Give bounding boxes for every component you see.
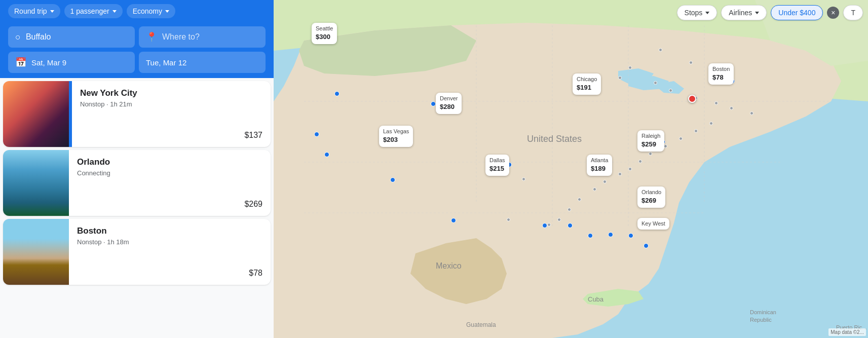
flight-card-boston[interactable]: Boston Nonstop · 1h 18m $78 <box>3 219 271 285</box>
boston-map-price: $78 <box>712 73 730 82</box>
denver-city-name: Denver <box>440 95 458 102</box>
nyc-price: $137 <box>244 131 262 140</box>
destination-placeholder: Where to? <box>162 32 200 42</box>
price-label-raleigh[interactable]: Raleigh $259 <box>637 130 664 152</box>
stops-chevron-icon <box>705 12 709 14</box>
date-bar: 📅 Sat, Mar 9 Tue, Mar 12 <box>6 52 268 78</box>
boston-detail: Nonstop · 1h 18m <box>77 238 262 246</box>
nyc-city: New York City <box>80 88 262 98</box>
map-dot-2 <box>314 132 319 137</box>
orlando-city: Orlando <box>77 157 262 167</box>
trip-type-label: Round trip <box>14 7 47 15</box>
map-dot-5 <box>451 218 456 223</box>
map-dot-gray <box>547 223 551 227</box>
price-label-denver[interactable]: Denver $280 <box>436 93 462 114</box>
map-dot-gray <box>628 66 632 69</box>
map-dot-gray <box>618 172 622 176</box>
stops-label: Stops <box>685 9 703 17</box>
origin-icon: ○ <box>15 32 21 43</box>
depart-date-field[interactable]: 📅 Sat, Mar 9 <box>8 52 135 73</box>
close-price-filter-btn[interactable]: × <box>827 7 839 19</box>
class-chevron-icon <box>165 10 169 13</box>
map-dot-4 <box>390 177 395 182</box>
map-dot-gray <box>568 208 571 211</box>
price-label-seattle[interactable]: Seattle $300 <box>312 23 337 44</box>
close-icon: × <box>831 9 835 16</box>
orlando-info: Orlando Connecting $269 <box>69 150 271 216</box>
las-vegas-price: $203 <box>383 135 409 144</box>
origin-text: Buffalo <box>26 32 51 42</box>
map-dot-gray <box>709 122 713 125</box>
map-svg: Mexico United States Cuba Dominican Repu… <box>274 0 868 338</box>
passenger-label: 1 passenger <box>70 7 109 15</box>
map-dot-gray <box>638 160 642 163</box>
price-label-orlando[interactable]: Orlando $269 <box>637 186 665 208</box>
passenger-chevron-icon <box>112 10 117 13</box>
map-dot-1 <box>334 91 339 96</box>
map-dot-gray <box>628 167 632 171</box>
more-icon: T <box>851 9 855 17</box>
top-bar: Round trip 1 passenger Economy <box>6 0 268 22</box>
key-west-city-name: Key West <box>641 220 665 228</box>
svg-text:Guatemala: Guatemala <box>466 321 496 328</box>
raleigh-price: $259 <box>641 140 660 149</box>
map-dot-gray <box>507 218 510 221</box>
svg-text:United States: United States <box>527 134 582 144</box>
map-dot-gray <box>730 106 733 110</box>
price-label-boston[interactable]: Boston $78 <box>708 63 734 85</box>
class-dropdown[interactable]: Economy <box>127 4 175 18</box>
price-label-chicago[interactable]: Chicago $191 <box>573 73 601 95</box>
origin-field[interactable]: ○ Buffalo <box>8 26 135 48</box>
map-dot-denver <box>431 101 436 106</box>
seattle-price: $300 <box>316 32 333 42</box>
map-dot-gray <box>603 180 607 183</box>
orlando-detail: Connecting <box>77 169 262 177</box>
price-label-dallas[interactable]: Dallas $215 <box>485 155 509 176</box>
location-pin-icon: 📍 <box>146 31 157 43</box>
svg-text:Cuba: Cuba <box>588 295 604 303</box>
price-label-atlanta[interactable]: Atlanta $189 <box>587 155 612 176</box>
trip-type-dropdown[interactable]: Round trip <box>8 4 60 18</box>
map-filter-bar: Stops Airlines Under $400 × T <box>677 5 863 20</box>
svg-text:Dominican: Dominican <box>750 309 776 315</box>
nyc-info: New York City Nonstop · 1h 21m $137 <box>72 81 271 147</box>
chicago-price: $191 <box>577 83 597 92</box>
airlines-filter-btn[interactable]: Airlines <box>721 5 767 20</box>
airlines-label: Airlines <box>729 9 752 17</box>
map-dot-gray <box>593 187 596 191</box>
orlando-map-price: $269 <box>641 196 661 205</box>
return-date-field[interactable]: Tue, Mar 12 <box>139 52 266 73</box>
map-dot-6 <box>542 223 547 228</box>
svg-text:Republic: Republic <box>750 317 772 323</box>
depart-date: Sat, Mar 9 <box>31 58 66 67</box>
boston-info: Boston Nonstop · 1h 18m $78 <box>69 219 271 285</box>
boston-city-name: Boston <box>712 65 730 73</box>
map-dot-10 <box>628 233 633 238</box>
flight-card-orlando[interactable]: Orlando Connecting $269 <box>3 150 271 216</box>
raleigh-city-name: Raleigh <box>641 132 660 140</box>
price-label-key-west[interactable]: Key West <box>637 218 669 230</box>
left-panel: Round trip 1 passenger Economy ○ Buffalo… <box>0 0 274 338</box>
price-label-las-vegas[interactable]: Las Vegas $203 <box>379 126 413 147</box>
map-dot-8 <box>588 233 593 238</box>
map-dot-7 <box>568 223 573 228</box>
flight-card-nyc[interactable]: New York City Nonstop · 1h 21m $137 <box>3 81 271 147</box>
nyc-image <box>3 81 69 147</box>
map-dot-gray <box>679 137 683 140</box>
map-dot-gray <box>714 101 718 105</box>
seattle-city-name: Seattle <box>316 25 333 32</box>
map-dot-gray <box>649 152 652 156</box>
map-dot-gray <box>750 111 753 115</box>
price-filter-label: Under $400 <box>778 9 815 17</box>
orlando-city-name: Orlando <box>641 189 661 196</box>
chicago-city-name: Chicago <box>577 76 597 83</box>
dallas-price: $215 <box>489 164 505 173</box>
more-filters-btn[interactable]: T <box>843 5 863 20</box>
passenger-dropdown[interactable]: 1 passenger <box>64 4 123 18</box>
destination-field[interactable]: 📍 Where to? <box>139 26 266 48</box>
map-attribution: Map data ©2... <box>828 328 866 336</box>
svg-text:Mexico: Mexico <box>436 261 462 270</box>
price-filter-chip[interactable]: Under $400 <box>771 5 823 20</box>
boston-price: $78 <box>249 269 262 278</box>
stops-filter-btn[interactable]: Stops <box>677 5 718 20</box>
